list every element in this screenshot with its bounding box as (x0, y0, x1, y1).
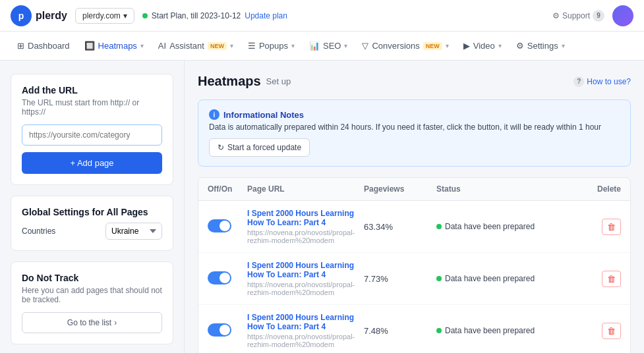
nav-item-dashboard[interactable]: ⊞ Dashboard (11, 37, 76, 55)
nav-item-seo[interactable]: 📊 SEO ▾ (303, 37, 354, 55)
go-to-list-button[interactable]: Go to the list › (22, 312, 162, 333)
delete-button-1[interactable]: 🗑 (602, 271, 621, 287)
add-url-section: Add the URL The URL must start from http… (11, 74, 173, 185)
delete-col-0: 🗑 (568, 219, 621, 235)
row-toggle-1[interactable] (208, 271, 231, 285)
nav-label-assistant: Assistant (169, 41, 204, 51)
nav-item-heatmaps[interactable]: 🔲 Heatmaps ▾ (78, 37, 150, 55)
page-url-link-2[interactable]: I Spent 2000 Hours Learning How To Learn… (247, 313, 364, 331)
toggle-col (208, 271, 247, 286)
logo[interactable]: p plerdy (11, 5, 67, 26)
add-page-button[interactable]: + Add page (22, 152, 162, 174)
col-header-url: Page URL (247, 184, 364, 194)
chevron-down-icon: ▾ (230, 42, 233, 49)
url-col: I Spent 2000 Hours Learning How To Learn… (247, 313, 364, 348)
url-input[interactable] (22, 124, 162, 146)
nav-label-heatmaps: Heatmaps (98, 41, 137, 51)
info-title-text: Informational Notes (223, 110, 304, 120)
domain-selector[interactable]: plerdy.com ▾ (75, 8, 134, 24)
status-dot-green (436, 328, 442, 333)
do-not-track-section: Do Not Track Here you can add pages that… (11, 261, 173, 344)
avatar[interactable] (612, 5, 633, 26)
delete-col-2: 🗑 (568, 323, 621, 339)
toggle-col (208, 323, 247, 339)
do-not-track-desc: Here you can add pages that should not b… (22, 286, 162, 304)
countries-row: Countries Ukraine USA Germany (22, 223, 162, 240)
country-select[interactable]: Ukraine USA Germany (105, 223, 162, 240)
delete-button-2[interactable]: 🗑 (602, 323, 621, 339)
breadcrumb: Heatmaps Set up (198, 74, 291, 89)
video-icon: ▶ (463, 41, 470, 51)
pageviews-0: 63.34% (364, 222, 436, 232)
update-plan-link[interactable]: Update plan (245, 11, 287, 20)
sidebar: Add the URL The URL must start from http… (0, 61, 185, 353)
chevron-down-icon: ▾ (498, 42, 502, 49)
nav-item-conversions[interactable]: ▽ Conversions NEW ▾ (355, 37, 455, 55)
table-row: I Spent 2000 Hours Learning How To Learn… (198, 201, 630, 253)
force-update-button[interactable]: ↻ Start a forced update (209, 138, 310, 157)
page-url-link-0[interactable]: I Spent 2000 Hours Learning How To Learn… (247, 209, 364, 227)
delete-button-0[interactable]: 🗑 (602, 219, 621, 235)
nav-item-popups[interactable]: ☰ Popups ▾ (241, 37, 301, 55)
chevron-down-icon: ▾ (344, 42, 347, 49)
row-toggle-2[interactable] (208, 323, 231, 337)
nav-label-conversions: Conversions (372, 41, 419, 51)
gear-icon: ⚙ (552, 11, 560, 20)
col-header-pageviews: Pageviews (364, 184, 436, 194)
page-url-sub-2: https://novena.pro/novosti/propal-rezhim… (247, 333, 364, 348)
table-header: Off/On Page URL Pageviews Status Delete (198, 178, 630, 201)
support-button[interactable]: ⚙ Support 9 (552, 10, 604, 22)
page-title: Heatmaps (198, 74, 261, 89)
countries-label: Countries (22, 227, 55, 236)
go-to-list-label: Go to the list (67, 318, 111, 327)
url-col: I Spent 2000 Hours Learning How To Learn… (247, 209, 364, 244)
breadcrumb-setup[interactable]: Set up (266, 76, 291, 86)
topbar-right: ⚙ Support 9 (552, 5, 633, 26)
nav-item-assistant[interactable]: AI Assistant NEW ▾ (152, 37, 240, 55)
global-settings-title: Global Settings for All Pages (22, 207, 162, 217)
how-to-link[interactable]: ? How to use? (573, 76, 631, 87)
table-row: I Spent 2000 Hours Learning How To Learn… (198, 253, 630, 305)
pageviews-2: 7.48% (364, 326, 436, 336)
page-url-sub-1: https://novena.pro/novosti/propal-rezhim… (247, 281, 364, 296)
col-header-delete: Delete (568, 184, 621, 194)
do-not-track-title: Do Not Track (22, 273, 162, 283)
settings-icon: ⚙ (516, 41, 524, 51)
chevron-down-icon: ▾ (140, 42, 144, 49)
conversions-icon: ▽ (362, 41, 368, 51)
support-count: 9 (593, 10, 604, 22)
nav-label-popups: Popups (259, 41, 288, 51)
info-title: i Informational Notes (209, 109, 620, 120)
delete-col-1: 🗑 (568, 271, 621, 287)
assistant-icon: AI (158, 41, 166, 51)
chevron-down-icon: ▾ (291, 42, 295, 49)
heatmaps-table: Off/On Page URL Pageviews Status Delete … (198, 177, 631, 353)
refresh-icon: ↻ (218, 143, 224, 152)
logo-icon: p (11, 5, 32, 26)
arrow-right-icon: › (114, 318, 117, 327)
main-content: Heatmaps Set up ? How to use? i Informat… (185, 61, 644, 353)
popups-icon: ☰ (248, 41, 256, 51)
info-box: i Informational Notes Data is automatica… (198, 99, 631, 167)
status-text-0: Data have been prepared (445, 222, 535, 231)
main-nav: ⊞ Dashboard 🔲 Heatmaps ▾ AI Assistant NE… (0, 32, 644, 61)
add-url-title: Add the URL (22, 85, 162, 95)
info-text: Data is automatically prepared within 24… (209, 122, 620, 132)
status-0: Data have been prepared (436, 222, 568, 231)
heatmaps-icon: 🔲 (84, 41, 95, 51)
force-update-label: Start a forced update (227, 143, 301, 152)
nav-item-video[interactable]: ▶ Video ▾ (457, 37, 508, 55)
row-toggle-0[interactable] (208, 219, 231, 232)
nav-item-settings[interactable]: ⚙ Settings ▾ (510, 37, 571, 55)
new-badge-conversions: NEW (423, 42, 442, 50)
support-label: Support (562, 11, 590, 20)
page-url-link-1[interactable]: I Spent 2000 Hours Learning How To Learn… (247, 261, 364, 279)
toggle-col (208, 219, 247, 234)
chevron-down-icon: ▾ (123, 11, 127, 20)
status-dot-green (436, 224, 442, 229)
status-dot-green (436, 276, 442, 281)
global-settings-section: Global Settings for All Pages Countries … (11, 196, 173, 251)
plan-dot (142, 13, 148, 18)
info-icon: i (209, 109, 220, 120)
status-text-2: Data have been prepared (445, 326, 535, 335)
